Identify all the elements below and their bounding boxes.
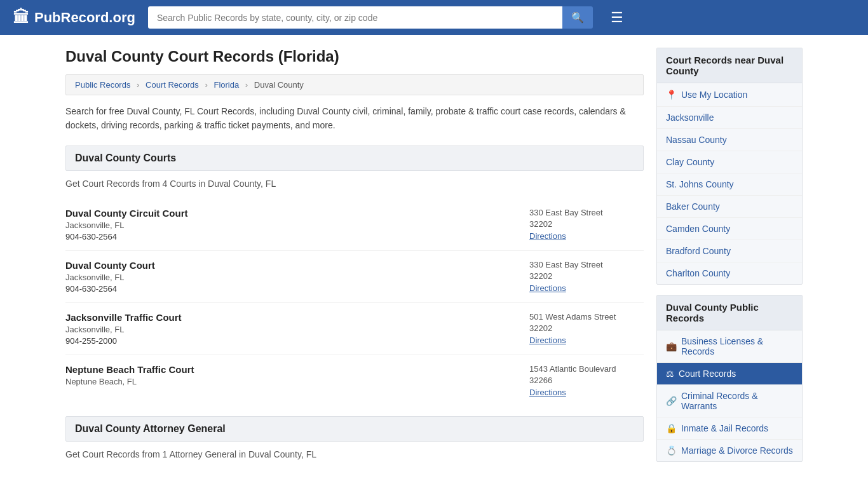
court-zip-4: 32266	[529, 376, 644, 385]
court-entry-2: Duval County Court Jacksonville, FL 904-…	[65, 251, 644, 303]
court-right-1: 330 East Bay Street 32202 Directions	[529, 208, 644, 241]
court-name-2: Duval County Court	[65, 260, 529, 271]
site-logo[interactable]: 🏛 PubRecord.org	[13, 8, 135, 27]
chain-icon: 🔗	[666, 396, 677, 406]
sidebar: Court Records near Duval County 📍 Use My…	[656, 48, 803, 472]
sidebar-public-records-title: Duval County Public Records	[657, 295, 802, 330]
sidebar-item-marriage-records[interactable]: 💍 Marriage & Divorce Records	[657, 440, 802, 461]
ag-section: Duval County Attorney General Get Court …	[65, 416, 644, 459]
court-directions-4[interactable]: Directions	[529, 388, 566, 397]
search-bar: 🔍	[148, 6, 593, 29]
court-phone-1: 904-630-2564	[65, 232, 529, 241]
court-right-2: 330 East Bay Street 32202 Directions	[529, 260, 644, 294]
nearby-counties-list: Jacksonville Nassau County Clay County S…	[657, 107, 802, 284]
marriage-records-label: Marriage & Divorce Records	[681, 445, 793, 456]
court-city-2: Jacksonville, FL	[65, 273, 529, 282]
ring-icon: 💍	[666, 445, 677, 456]
breadcrumb: Public Records › Court Records › Florida…	[65, 74, 644, 95]
courts-section-header: Duval County Courts	[65, 146, 644, 171]
use-my-location-item[interactable]: 📍 Use My Location	[657, 83, 802, 107]
search-input[interactable]	[148, 6, 562, 29]
court-phone-3: 904-255-2000	[65, 336, 529, 346]
sidebar-item-jacksonville[interactable]: Jacksonville	[657, 107, 802, 129]
breadcrumb-court-records[interactable]: Court Records	[146, 80, 199, 90]
court-entry-3: Jacksonville Traffic Court Jacksonville,…	[65, 303, 644, 355]
breadcrumb-duval: Duval County	[254, 80, 304, 90]
court-left-3: Jacksonville Traffic Court Jacksonville,…	[65, 312, 529, 346]
court-address-3: 501 West Adams Street	[529, 312, 644, 322]
page-title: Duval County Court Records (Florida)	[65, 48, 644, 65]
hamburger-icon: ☰	[611, 10, 623, 25]
court-city-4: Neptune Beach, FL	[65, 377, 529, 386]
court-records-label: Court Records	[679, 369, 736, 379]
sidebar-item-camden[interactable]: Camden County	[657, 218, 802, 240]
court-name-4: Neptune Beach Traffic Court	[65, 364, 529, 375]
lock-icon: 🔒	[666, 423, 677, 433]
sidebar-item-inmate-records[interactable]: 🔒 Inmate & Jail Records	[657, 417, 802, 440]
site-header: 🏛 PubRecord.org 🔍 ☰	[0, 0, 868, 35]
gavel-icon: ⚖	[666, 369, 674, 379]
briefcase-icon: 💼	[666, 341, 677, 351]
breadcrumb-florida[interactable]: Florida	[214, 80, 239, 90]
breadcrumb-sep-1: ›	[137, 80, 139, 90]
sidebar-nearby-title: Court Records near Duval County	[657, 48, 802, 83]
court-city-3: Jacksonville, FL	[65, 325, 529, 334]
inmate-records-label: Inmate & Jail Records	[681, 423, 768, 433]
sidebar-item-bradford[interactable]: Bradford County	[657, 240, 802, 262]
court-name-3: Jacksonville Traffic Court	[65, 312, 529, 323]
sidebar-item-nassau[interactable]: Nassau County	[657, 129, 802, 151]
court-entry-4: Neptune Beach Traffic Court Neptune Beac…	[65, 355, 644, 406]
ag-section-header: Duval County Attorney General	[65, 416, 644, 442]
ag-section-sub: Get Court Records from 1 Attorney Genera…	[65, 449, 644, 459]
page-description: Search for free Duval County, FL Court R…	[65, 104, 644, 133]
court-directions-1[interactable]: Directions	[529, 231, 566, 241]
court-name-1: Duval County Circuit Court	[65, 208, 529, 219]
location-pin-icon: 📍	[666, 90, 677, 100]
court-address-1: 330 East Bay Street	[529, 208, 644, 217]
search-icon: 🔍	[571, 12, 584, 23]
court-address-2: 330 East Bay Street	[529, 260, 644, 269]
sidebar-item-clay[interactable]: Clay County	[657, 151, 802, 173]
search-button[interactable]: 🔍	[562, 6, 593, 29]
logo-icon: 🏛	[13, 8, 29, 27]
sidebar-item-stjohns[interactable]: St. Johns County	[657, 173, 802, 196]
courts-list: Duval County Circuit Court Jacksonville,…	[65, 199, 644, 406]
court-zip-2: 32202	[529, 271, 644, 281]
court-phone-2: 904-630-2564	[65, 284, 529, 294]
business-licenses-label: Business Licenses & Records	[681, 336, 793, 356]
sidebar-item-business-licenses[interactable]: 💼 Business Licenses & Records	[657, 330, 802, 363]
court-right-3: 501 West Adams Street 32202 Directions	[529, 312, 644, 346]
sidebar-item-baker[interactable]: Baker County	[657, 196, 802, 218]
court-left-4: Neptune Beach Traffic Court Neptune Beac…	[65, 364, 529, 397]
main-content: Duval County Court Records (Florida) Pub…	[65, 48, 644, 472]
court-city-1: Jacksonville, FL	[65, 220, 529, 230]
breadcrumb-sep-2: ›	[205, 80, 207, 90]
court-left-1: Duval County Circuit Court Jacksonville,…	[65, 208, 529, 241]
court-directions-2[interactable]: Directions	[529, 283, 566, 293]
sidebar-public-records-section: Duval County Public Records 💼 Business L…	[656, 295, 803, 462]
sidebar-item-court-records[interactable]: ⚖ Court Records	[657, 363, 802, 385]
court-entry-1: Duval County Circuit Court Jacksonville,…	[65, 199, 644, 251]
breadcrumb-public-records[interactable]: Public Records	[75, 80, 130, 90]
breadcrumb-sep-3: ›	[245, 80, 248, 90]
court-right-4: 1543 Atlantic Boulevard 32266 Directions	[529, 364, 644, 397]
court-left-2: Duval County Court Jacksonville, FL 904-…	[65, 260, 529, 294]
court-address-4: 1543 Atlantic Boulevard	[529, 364, 644, 374]
criminal-records-label: Criminal Records & Warrants	[681, 391, 793, 411]
courts-section-sub: Get Court Records from 4 Courts in Duval…	[65, 179, 644, 189]
court-directions-3[interactable]: Directions	[529, 336, 566, 345]
court-zip-3: 32202	[529, 323, 644, 333]
sidebar-nearby-section: Court Records near Duval County 📍 Use My…	[656, 48, 803, 285]
menu-button[interactable]: ☰	[611, 10, 623, 26]
sidebar-item-criminal-records[interactable]: 🔗 Criminal Records & Warrants	[657, 385, 802, 417]
court-zip-1: 32202	[529, 219, 644, 229]
sidebar-item-charlton[interactable]: Charlton County	[657, 262, 802, 284]
use-location-label: Use My Location	[681, 90, 747, 100]
page-content: Duval County Court Records (Florida) Pub…	[53, 35, 815, 485]
logo-text: PubRecord.org	[34, 10, 135, 26]
